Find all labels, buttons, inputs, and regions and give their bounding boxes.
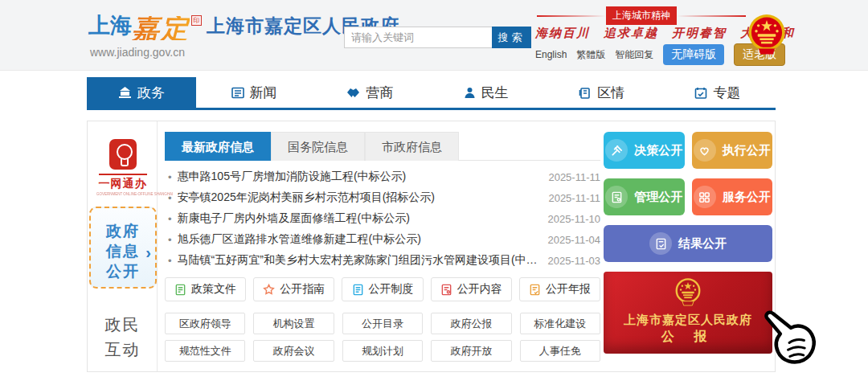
tab-city-government-info[interactable]: 市政府信息 <box>365 132 459 161</box>
planning-button[interactable]: 规划计划 <box>342 340 423 362</box>
government-gazette-button[interactable]: 政府公报 <box>431 313 511 334</box>
ywtb-title: 一网通办 <box>99 174 147 191</box>
ywtb-subtitle: GOVERNMENT ONLINE-OFFLINE SHANGHAI <box>96 192 149 196</box>
tab-latest-government-info[interactable]: 最新政府信息 <box>165 132 271 161</box>
info-open-line: 政府 <box>91 221 155 241</box>
bullet-icon: • <box>168 255 172 267</box>
document-check-icon <box>649 232 672 255</box>
interact-line: 政民 <box>88 313 158 338</box>
link-smart-reply[interactable]: 智能回复 <box>615 48 653 62</box>
main-panel: 一网通办 GOVERNMENT ONLINE-OFFLINE SHANGHAI … <box>87 121 776 372</box>
normative-documents-button[interactable]: 规范性文件 <box>165 340 245 362</box>
disclosure-content-button[interactable]: 公开内容 <box>431 277 512 301</box>
decorative-line <box>677 15 746 17</box>
news-title: 惠申路105号厂房增加消防设施工程(中标公示) <box>178 170 541 184</box>
news-item[interactable]: • 新康电子厂房内外墙及屋面修缮工程(中标公示) 2025-11-10 <box>165 208 600 229</box>
sidebar-item-public-interaction[interactable]: 政民 互动 <box>88 313 158 362</box>
star-badge-icon <box>263 284 275 296</box>
standardization-button[interactable]: 标准化建设 <box>520 313 600 334</box>
ywtb-icon <box>109 139 137 170</box>
nav-item-business[interactable]: 营商 <box>312 77 428 108</box>
search-input[interactable] <box>344 27 492 48</box>
nav-item-news[interactable]: 新闻 <box>196 77 312 108</box>
news-item[interactable]: • 惠申路105号厂房增加消防设施工程(中标公示) 2025-11-11 <box>165 166 600 187</box>
news-date: 2025-11-10 <box>547 213 600 225</box>
newspaper-icon <box>231 87 244 99</box>
handshake-icon <box>346 87 360 99</box>
management-disclosure-tile[interactable]: 管理公开 <box>604 178 685 215</box>
feature-label: 公开年报 <box>546 282 591 297</box>
accessibility-version-button[interactable]: 无障碍版 <box>663 44 724 65</box>
chevron-right-icon: › <box>145 244 151 262</box>
info-open-line: 公开 <box>91 261 155 281</box>
right-panel: 决策公开 执行公开 管理公开 <box>604 132 772 354</box>
nav-item-topics[interactable]: 专题 <box>660 77 776 108</box>
feature-buttons: 政策文件 公开指南 公开制度 <box>165 277 600 301</box>
national-emblem-gold-icon <box>674 297 702 310</box>
ywtb-logo[interactable]: 一网通办 GOVERNMENT ONLINE-OFFLINE SHANGHAI <box>88 139 158 196</box>
nav-label: 政务 <box>137 84 165 102</box>
tile-label: 决策公开 <box>634 143 682 158</box>
link-traditional-chinese[interactable]: 繁體版 <box>576 48 605 62</box>
district-notebook-icon <box>579 87 592 99</box>
site-header: 上海 嘉定 印 上海市嘉定区人民政府 www.jiading.gov.cn 搜索… <box>0 0 868 71</box>
gazette-banner[interactable]: 上海市嘉定区人民政府 公 报 <box>604 272 772 354</box>
nav-item-livelihood[interactable]: 民生 <box>428 77 543 108</box>
policy-documents-button[interactable]: 政策文件 <box>165 277 246 301</box>
news-date: 2025-11-11 <box>548 171 600 183</box>
bullet-icon: • <box>168 234 172 246</box>
logo-calligraphy-jiading: 嘉定 <box>132 16 190 40</box>
disclosure-guide-button[interactable]: 公开指南 <box>253 277 334 301</box>
news-item[interactable]: • 旭乐德厂区道路排水管道维修新建工程(中标公示) 2025-11-04 <box>165 229 600 250</box>
nav-label: 区情 <box>597 84 624 102</box>
heart-icon <box>694 139 716 162</box>
annual-report-button[interactable]: 公开年报 <box>519 277 600 301</box>
news-date: 2025-11-11 <box>548 192 600 204</box>
content-column: 最新政府信息 国务院信息 市政府信息 • 惠申路105号厂房增加消防设施工程(中… <box>158 121 607 371</box>
bullet-icon: • <box>168 213 172 225</box>
city-spirit-badge: 上海城市精神 <box>606 6 677 25</box>
results-disclosure-tile[interactable]: 结果公开 <box>604 225 772 262</box>
disclosure-tiles: 决策公开 执行公开 管理公开 <box>604 132 772 262</box>
nav-item-government[interactable]: 政务 <box>87 77 196 108</box>
news-date: 2025-11-03 <box>547 255 600 267</box>
tile-label: 执行公开 <box>723 143 771 158</box>
document-check-icon <box>529 284 541 296</box>
tab-state-council-info[interactable]: 国务院信息 <box>271 132 365 161</box>
district-leaders-button[interactable]: 区政府领导 <box>165 313 245 334</box>
news-item[interactable]: • 马陆镇“五好两宜”和美乡村大宏村羌家陈家门组团污水管网建设项目(中标公示) … <box>165 250 600 271</box>
motto-phrase: 开明睿智 <box>672 26 727 41</box>
personnel-appointments-button[interactable]: 人事任免 <box>520 340 600 362</box>
execution-disclosure-tile[interactable]: 执行公开 <box>692 132 773 169</box>
decorative-line <box>537 15 606 17</box>
bullet-icon: • <box>168 171 172 183</box>
left-sidebar: 一网通办 GOVERNMENT ONLINE-OFFLINE SHANGHAI … <box>88 121 158 371</box>
nav-label: 营商 <box>366 84 393 102</box>
nav-label: 专题 <box>713 84 740 102</box>
nav-label: 新闻 <box>250 84 277 102</box>
news-list: • 惠申路105号厂房增加消防设施工程(中标公示) 2025-11-11 • 安… <box>165 166 600 271</box>
link-english[interactable]: English <box>535 49 567 60</box>
person-icon <box>464 87 476 99</box>
decision-disclosure-tile[interactable]: 决策公开 <box>604 132 685 169</box>
sidebar-item-government-info-disclosure[interactable]: 政府 信息 公开 › <box>89 207 157 289</box>
service-disclosure-tile[interactable]: 服务公开 <box>692 178 773 215</box>
gavel-icon <box>605 139 628 162</box>
disclosure-system-button[interactable]: 公开制度 <box>342 277 423 301</box>
tile-label: 结果公开 <box>678 236 727 252</box>
news-title: 安亭镇2025年泥岗村美丽乡村示范村项目(招标公示) <box>178 190 541 205</box>
search-button[interactable]: 搜索 <box>492 27 531 48</box>
quick-link-row: 规范性文件 政府会议 规划计划 政府开放 人事任免 <box>165 340 600 362</box>
nav-item-district[interactable]: 区情 <box>544 77 660 108</box>
logo-text-shanghai: 上海 <box>88 11 132 40</box>
open-government-button[interactable]: 政府开放 <box>431 340 511 362</box>
nav-label: 民生 <box>481 84 509 102</box>
news-item[interactable]: • 安亭镇2025年泥岗村美丽乡村示范村项目(招标公示) 2025-11-11 <box>165 187 600 208</box>
gazette-title: 上海市嘉定区人民政府 <box>604 313 772 328</box>
org-structure-button[interactable]: 机构设置 <box>253 313 334 334</box>
government-meetings-button[interactable]: 政府会议 <box>253 340 334 362</box>
feature-label: 公开指南 <box>280 282 325 297</box>
logo-seal-icon: 印 <box>191 15 202 26</box>
government-building-icon <box>118 87 132 99</box>
disclosure-catalog-button[interactable]: 公开目录 <box>342 313 423 334</box>
